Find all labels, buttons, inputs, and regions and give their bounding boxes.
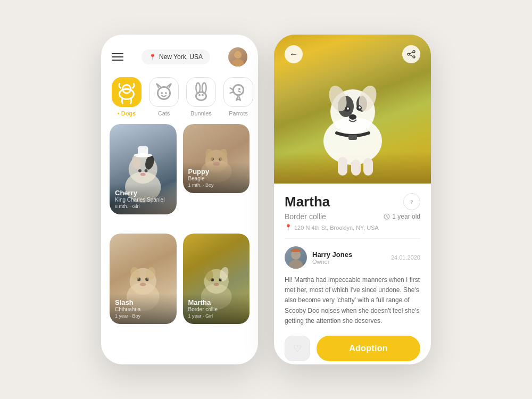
martha-small-breed: Border collie [188,306,245,312]
pet-detail-name: Martha [285,194,330,210]
share-button[interactable] [402,45,420,63]
puppy-overlay: Puppy Beagle 1 mth. · Boy [183,162,250,193]
share-icon [407,50,415,59]
parrots-icon-box [223,77,253,107]
svg-point-11 [202,94,204,96]
svg-point-44 [213,283,219,286]
slash-overlay: Slash Chihuahua 1 year · Boy [110,293,177,324]
like-button[interactable]: ♡ [285,336,310,361]
left-phone: 📍 New York, USA Dogs [101,35,258,364]
svg-point-21 [138,169,142,172]
right-phone: ← Martha ♀ Border collie [274,35,431,364]
detail-image: ← [274,35,431,184]
detail-actions: ♡ Adoption [285,336,420,361]
review-text: Hi! Martha had impeccable manners when I… [285,275,420,326]
svg-point-64 [408,53,410,55]
svg-point-63 [413,56,415,58]
cherry-name: Cherry [115,189,171,197]
category-dogs[interactable]: Dogs [112,77,142,117]
slash-breed: Chihuahua [115,306,171,312]
owner-row: Harry Jones Owner 24.01.2020 [285,246,420,269]
bunnies-icon [187,78,215,106]
category-bunnies[interactable]: Bunnies [186,77,216,117]
svg-point-37 [140,282,146,286]
dogs-icon-box [112,77,142,107]
cherry-overlay: Cherry King Charles Spaniel 8 mth. · Gir… [110,184,177,214]
martha-small-overlay: Martha Border collie 1 year · Girl [183,293,250,324]
puppy-breed: Beagle [188,176,245,181]
user-avatar[interactable] [228,47,247,66]
slash-meta: 1 year · Boy [115,313,171,319]
location-pin-detail-icon: 📍 [285,224,292,231]
bunnies-icon-box [186,77,216,107]
martha-small-meta: 1 year · Girl [188,313,245,319]
martha-small-name: Martha [188,298,245,306]
svg-point-6 [165,92,167,94]
pet-card-martha-small[interactable]: Martha Border collie 1 year · Girl [183,234,250,324]
pet-detail-age: 1 year old [384,213,420,220]
cats-label: Cats [158,110,170,117]
svg-point-57 [349,114,356,120]
svg-point-67 [289,260,303,269]
phone-header: 📍 New York, USA [101,35,258,73]
owner-name: Harry Jones [312,251,352,259]
dogs-label: Dogs [118,110,136,117]
detail-content: Martha ♀ Border collie 1 year old 📍 120 … [274,184,431,364]
svg-point-23 [140,173,146,176]
slash-name: Slash [115,298,171,306]
pet-detail-location: 📍 120 N 4th St, Brooklyn, NY, USA [285,224,420,239]
dogs-icon [112,78,141,106]
location-text: New York, USA [159,53,203,61]
name-row: Martha ♀ [285,193,420,210]
svg-rect-61 [363,158,373,176]
owner-role: Owner [312,259,352,265]
svg-point-13 [238,88,240,90]
menu-button[interactable] [112,53,123,61]
cherry-breed: King Charles Spaniel [115,197,171,203]
breed-age-row: Border collie 1 year old [285,212,420,221]
bunnies-label: Bunnies [190,110,212,117]
cats-icon-box [149,77,179,107]
svg-point-9 [202,83,206,93]
pet-card-cherry[interactable]: Cherry King Charles Spaniel 8 mth. · Gir… [110,124,177,214]
svg-point-56 [359,106,361,109]
svg-rect-59 [338,157,347,176]
gender-icon: ♀ [403,193,420,210]
category-cats[interactable]: Cats [149,77,179,117]
avatar-image [228,47,247,66]
clock-icon [384,213,390,220]
svg-rect-58 [348,135,357,140]
owner-info: Harry Jones Owner [285,246,352,269]
svg-point-4 [157,87,170,99]
category-parrots[interactable]: Parrots [223,77,253,117]
puppy-name: Puppy [188,168,245,176]
pet-card-slash[interactable]: Slash Chihuahua 1 year · Boy [110,234,177,324]
owner-details: Harry Jones Owner [312,251,352,265]
puppy-meta: 1 mth. · Boy [188,182,245,188]
pet-card-puppy[interactable]: Puppy Beagle 1 mth. · Boy [183,124,250,193]
svg-rect-25 [138,146,148,156]
owner-avatar-image [285,246,307,269]
svg-rect-60 [351,160,361,176]
svg-rect-69 [293,248,298,252]
svg-point-22 [145,169,148,172]
parrots-label: Parrots [229,110,247,117]
svg-point-62 [413,51,415,53]
location-pin-icon: 📍 [149,54,156,61]
svg-point-1 [232,59,244,66]
svg-point-0 [234,51,242,59]
svg-point-55 [347,107,349,110]
category-list: Dogs Cats [101,73,258,124]
cats-icon [149,78,178,106]
svg-point-5 [161,92,163,94]
svg-point-10 [198,94,201,96]
pet-detail-breed: Border collie [285,212,326,221]
svg-point-8 [196,83,200,93]
pet-grid: Cherry King Charles Spaniel 8 mth. · Gir… [101,124,258,364]
location-pill[interactable]: 📍 New York, USA [142,49,210,64]
owner-date: 24.01.2020 [391,254,420,261]
back-button[interactable]: ← [285,45,303,63]
svg-point-2 [120,89,134,99]
adopt-button[interactable]: Adoption [317,336,420,361]
cherry-meta: 8 mth. · Girl [115,204,171,209]
